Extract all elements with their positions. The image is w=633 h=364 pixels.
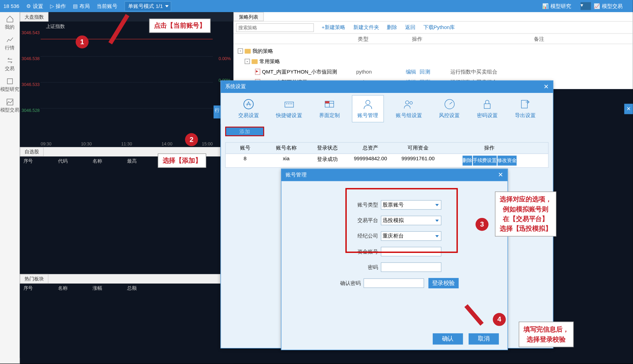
nav-trade[interactable]: 交易 [0,54,19,74]
ok-button[interactable]: 确认 [433,333,463,345]
dialog-title: 账号管理 [286,171,306,179]
trade-settings-icon [242,98,255,110]
settings-tabs: 交易设置 快捷键设置 界面定制 账号管理 账号组设置 风控设置 密码设置 导出设… [221,93,553,124]
fee-settings-button[interactable]: 手续费设置 [473,156,497,166]
stock-list[interactable] [20,166,233,274]
chart-title: 上证指数 [46,23,65,30]
modify-fund-button[interactable]: 修改资金 [497,156,516,166]
y-label-3: 3046.528 [22,108,40,113]
play-icon: ▷ [50,3,54,9]
layout-menu[interactable]: ▤布局 [73,2,90,10]
svg-line-16 [449,102,452,104]
nav-mine[interactable]: 我的 [0,12,19,33]
svg-rect-1 [7,99,13,105]
model-trade-icon [6,98,14,106]
side-nav: 我的 行情 交易 模型研究 模型交易 [0,12,20,364]
back-link[interactable]: 返回 [405,24,415,31]
nav-quotes[interactable]: 行情 [0,33,19,54]
svg-rect-3 [285,102,293,107]
tab-export[interactable]: 导出设置 [510,95,541,122]
strategy-row[interactable]: QMT_内置PYTHON_小市值回测 python 编辑回测 运行指数中买卖组合 [233,67,633,77]
strategy-table-header: 类型 操作 备注 [233,34,633,44]
edit-link[interactable]: 编辑 [406,68,416,75]
password-input[interactable] [381,262,441,272]
operate-menu[interactable]: ▷操作 [50,2,66,10]
strategy-toolbar: +新建策略 新建文件夹 删除 返回 下载Python库 [233,22,633,34]
trade-icon: 📈 [594,3,600,9]
tab-trade-settings[interactable]: 交易设置 [233,95,264,122]
collapse-icon[interactable]: - [245,59,250,64]
svg-rect-11 [325,101,330,103]
users-icon [403,98,415,110]
delete-link[interactable]: 删除 [387,24,397,31]
password-label: 密码 [348,264,378,271]
collapse-icon[interactable]: - [238,48,243,54]
svg-point-5 [288,103,289,104]
add-account-button[interactable]: 添加 [225,127,264,136]
research-icon: 📊 [542,3,549,9]
delete-account-button[interactable]: 删除 [462,156,472,166]
tree-root[interactable]: -我的策略 [233,46,633,56]
svg-rect-0 [7,78,12,84]
dialog-title-bar[interactable]: 系统设置 ✕ [221,81,553,93]
new-strategy-link[interactable]: +新建策略 [322,24,345,31]
arrow-icon [458,300,489,331]
tab-hot-sector[interactable]: 热门板块 [20,274,49,284]
annotation-badge-2: 2 [185,133,198,146]
pct-label-0: 0.00% [219,56,231,61]
chart-icon [6,36,14,44]
broker-select[interactable]: 重庆柜台 [381,231,441,241]
dropdown-icon[interactable]: ▾ [581,2,591,10]
tab-self-select[interactable]: 自选股 [20,147,44,157]
tab-hotkey-settings[interactable]: 快捷键设置 [271,95,307,122]
home-icon [6,15,14,23]
close-icon[interactable]: ✕ [544,83,549,91]
close-icon[interactable]: ✕ [498,171,503,179]
login-verify-button[interactable]: 登录校验 [428,278,459,288]
svg-point-12 [366,100,370,105]
model-research-link[interactable]: 📊模型研究 [542,2,571,10]
gear-icon: ⚙ [26,3,31,9]
tab-market-index[interactable]: 大盘指数 [20,12,49,22]
svg-point-13 [405,100,409,104]
svg-point-6 [289,103,290,104]
tab-password[interactable]: 密码设置 [472,95,503,122]
new-folder-link[interactable]: 新建文件夹 [353,24,379,31]
y-label-0: 3046.543 [22,30,40,35]
svg-rect-17 [484,104,490,108]
nav-model-research[interactable]: 模型研究 [0,74,19,95]
account-type-select[interactable]: 股票账号 [381,200,441,210]
nav-model-trade[interactable]: 模型交易 [0,95,19,116]
layout-settings-icon [324,98,336,110]
account-table-header: 账号账号名称登录状态总资产可用资金操作 [225,142,548,154]
top-bar: 18 536 ⚙设置 ▷操作 ▤布局 当前账号 单账号模式 1/1 📊模型研究 … [0,0,633,12]
side-close-icon[interactable]: ✕ [624,104,633,114]
arrow-icon [104,9,138,48]
backtest-link[interactable]: 回测 [420,68,430,75]
dialog-title-bar[interactable]: 账号管理 ✕ [281,169,508,181]
tab-ui-custom[interactable]: 界面定制 [314,95,345,122]
confirm-password-label: 确认密码 [330,279,361,287]
platform-select[interactable]: 迅投模拟 [381,216,441,226]
svg-point-14 [410,102,413,104]
svg-point-7 [291,103,292,104]
tab-account-group[interactable]: 账号组设置 [391,95,427,122]
confirm-password-input[interactable] [363,278,424,288]
tree-folder[interactable]: -常用策略 [233,56,633,67]
tab-strategy-list[interactable]: 策略列表 [233,12,264,21]
annotation-badge-4: 4 [493,313,506,326]
sector-list[interactable] [20,293,233,358]
cancel-button[interactable]: 取消 [469,333,499,345]
svg-point-4 [286,103,287,104]
keyboard-icon [283,98,295,110]
account-row[interactable]: 8xia登录成功999994842.00999991761.00 删除手续费设置… [225,154,548,168]
settings-menu[interactable]: ⚙设置 [26,2,43,10]
y-label-1: 3046.538 [22,56,40,61]
tab-risk-control[interactable]: 风控设置 [434,95,465,122]
search-input[interactable] [236,23,314,32]
model-trade-link[interactable]: 📈模型交易 [594,2,623,10]
trade-nav-icon [6,56,14,64]
download-python-link[interactable]: 下载Python库 [423,24,455,31]
lock-icon [481,98,493,110]
tab-account-mgmt[interactable]: 账号管理 [352,95,384,122]
